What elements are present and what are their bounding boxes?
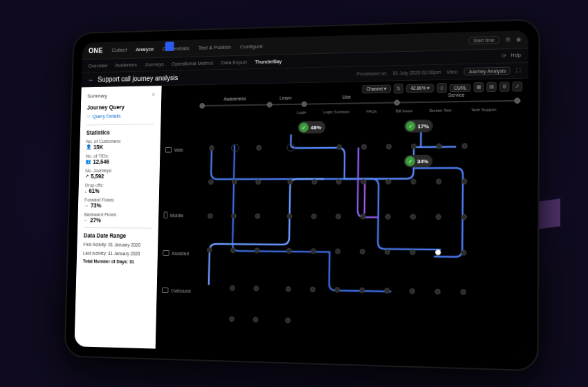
journey-node[interactable]	[253, 317, 259, 322]
layers-icon[interactable]: ▤	[486, 82, 497, 93]
journey-node[interactable]	[334, 287, 340, 292]
journey-node[interactable]	[288, 179, 293, 185]
journey-node[interactable]	[253, 285, 259, 291]
journey-node[interactable]	[435, 249, 441, 255]
close-icon[interactable]: ×	[151, 91, 155, 98]
channel-web: Web	[165, 147, 183, 153]
journey-node[interactable]	[286, 286, 291, 292]
journey-node[interactable]	[461, 289, 466, 294]
journey-node[interactable]	[311, 214, 317, 219]
journey-node[interactable]	[310, 287, 315, 292]
start-time-pill[interactable]: Start time	[468, 36, 499, 44]
journey-node[interactable]	[207, 247, 212, 253]
journey-node[interactable]	[385, 249, 390, 254]
grid-icon[interactable]: ▦	[474, 82, 484, 93]
journey-node[interactable]	[436, 214, 441, 220]
target-icon[interactable]: ◎	[437, 83, 447, 93]
first-activity: First Activity: 01 January 2020	[83, 241, 151, 248]
journey-node[interactable]	[230, 285, 235, 291]
check-icon: ✓	[405, 156, 415, 166]
check-icon: ✓	[405, 121, 415, 131]
tab-test-publish[interactable]: Test & Publish	[198, 44, 231, 51]
journey-node[interactable]	[209, 145, 214, 151]
journey-node[interactable]	[461, 249, 466, 255]
journey-node[interactable]	[385, 179, 391, 185]
journey-node[interactable]	[385, 214, 391, 219]
journey-node[interactable]	[230, 247, 236, 253]
channel-assisted: Assisted	[163, 250, 189, 256]
journey-node[interactable]	[335, 249, 340, 254]
journey-node[interactable]	[232, 179, 237, 185]
subtab-thunderbay[interactable]: ThunderBay	[255, 58, 282, 65]
journey-node[interactable]	[208, 214, 213, 219]
journey-node[interactable]	[312, 179, 318, 185]
settings-icon[interactable]: ⚙	[499, 82, 510, 92]
badge-34[interactable]: ✓ 34%	[404, 155, 433, 168]
subtab-metrics[interactable]: Operational Metrics	[172, 60, 214, 67]
grid-icon[interactable]: ⊞	[506, 37, 511, 43]
journey-node[interactable]	[359, 287, 365, 293]
help-link[interactable]: Help	[511, 53, 521, 59]
badge-48[interactable]: ✓ 48%	[297, 121, 325, 133]
subtab-overview[interactable]: Overview	[88, 62, 107, 68]
journey-node[interactable]	[231, 214, 237, 219]
mail-icon	[162, 287, 168, 293]
journey-node[interactable]	[286, 248, 292, 254]
badge-17[interactable]: ✓ 17%	[404, 120, 433, 133]
journey-node[interactable]	[410, 249, 415, 255]
tab-analyze[interactable]: Analyze	[136, 46, 154, 53]
journey-node[interactable]	[231, 144, 239, 152]
journey-node[interactable]	[461, 178, 467, 184]
maximize-icon[interactable]: ⛶	[516, 68, 521, 73]
journey-node[interactable]	[437, 143, 442, 149]
journey-node[interactable]	[461, 214, 467, 220]
journey-node[interactable]	[410, 288, 415, 294]
zoom-select[interactable]: 42.86% ▾	[406, 84, 434, 93]
journey-node[interactable]	[386, 144, 392, 149]
journey-node[interactable]	[384, 288, 389, 294]
journey-canvas[interactable]: Channel ▾ ⇅ 42.86% ▾ ◎ CURL ▦ ▤ ⚙ ⤢ Awar…	[156, 79, 529, 359]
journey-node[interactable]	[360, 249, 365, 254]
journey-node[interactable]	[285, 317, 291, 323]
tab-collect[interactable]: Collect	[111, 47, 127, 53]
subtab-audiences[interactable]: Audiences	[115, 62, 137, 68]
statistics-title: Statistics	[86, 129, 154, 136]
subtab-export[interactable]: Data Export	[221, 59, 247, 66]
sort-icon[interactable]: ⇅	[394, 84, 403, 93]
refresh-icon[interactable]: ⟳	[502, 53, 506, 59]
journey-node[interactable]	[287, 214, 293, 219]
journey-node[interactable]	[311, 248, 316, 254]
expand-icon[interactable]: ⤢	[513, 82, 523, 92]
journey-node[interactable]	[461, 143, 467, 149]
tab-configure[interactable]: Configure	[240, 43, 263, 50]
journey-node[interactable]	[435, 289, 441, 294]
journey-node[interactable]	[254, 247, 259, 253]
journey-node[interactable]	[255, 179, 261, 185]
journey-node[interactable]	[411, 144, 416, 149]
journey-node[interactable]	[229, 317, 235, 322]
journey-node[interactable]	[360, 214, 366, 219]
journey-node[interactable]	[336, 179, 342, 185]
journey-node[interactable]	[336, 214, 341, 219]
journey-node[interactable]	[410, 214, 416, 220]
curl-toggle[interactable]: CURL	[450, 84, 471, 92]
user-icon[interactable]: ◉	[516, 36, 521, 42]
journey-node[interactable]	[208, 179, 214, 185]
journey-node[interactable]	[361, 144, 367, 149]
journey-node[interactable]	[255, 214, 260, 219]
phone-icon	[164, 211, 168, 218]
journey-node[interactable]	[436, 179, 441, 185]
journey-node[interactable]	[360, 179, 366, 185]
journey-node[interactable]	[337, 144, 342, 150]
journey-node[interactable]	[286, 143, 295, 151]
date-range-title: Data Date Range	[84, 232, 152, 239]
summary-label: Summary	[87, 93, 107, 99]
journey-node[interactable]	[411, 179, 416, 185]
subtab-journeys[interactable]: Journeys	[145, 61, 164, 67]
back-icon[interactable]: ←	[88, 76, 94, 84]
monitor-icon	[165, 147, 172, 153]
journey-node[interactable]	[256, 145, 261, 151]
channel-select[interactable]: Channel ▾	[362, 85, 392, 94]
view-select[interactable]: Journey Analysis	[464, 67, 511, 76]
query-details-link[interactable]: ☞ Query Details	[86, 113, 154, 120]
